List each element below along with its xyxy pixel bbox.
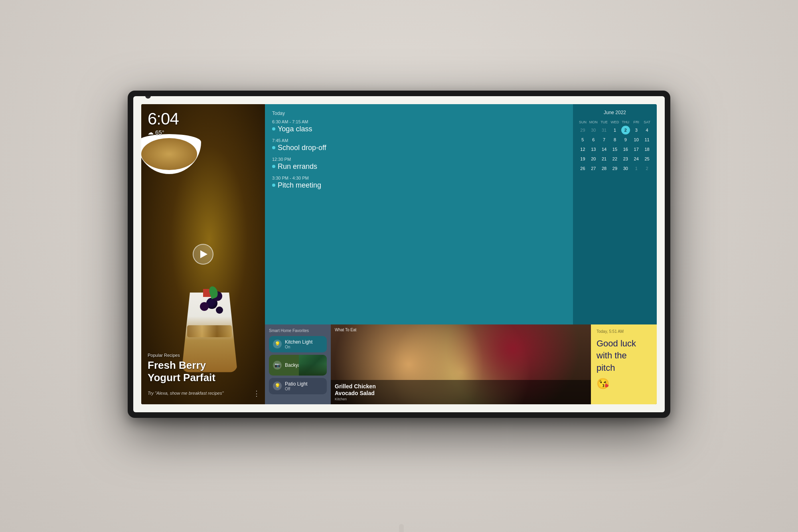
patio-light-button[interactable]: 💡 Patio Light Off [269,378,327,394]
cal-date[interactable]: 1 [610,126,619,134]
smart-home-label: Smart Home Favorites [269,328,327,333]
event-title: Yoga class [272,125,566,133]
calendar-panel: June 2022 SUN MON TUE WED THU FRI SAT 29 [573,104,657,324]
calendar-month-label: June 2022 [578,110,652,115]
cal-date[interactable]: 1 [632,164,641,173]
cal-date[interactable]: 10 [632,135,641,144]
backyard-thumbnail [299,355,327,376]
cal-date[interactable]: 24 [632,154,641,163]
device-name: Kitchen Light [285,339,312,345]
event-item[interactable]: 6:30 AM - 7:15 AM Yoga class [272,119,566,133]
weather: ☁ 65° [148,129,179,136]
berry-decoration [216,307,223,314]
food-source: Kitchen [335,397,587,401]
cal-day-thu: THU [620,119,630,125]
recipe-panel[interactable]: 6:04 ☁ 65° Popular Recipes Fresh Berry Y… [141,104,265,404]
weather-icon: ☁ [148,129,154,136]
center-panel: Today 6:30 AM - 7:15 AM Yoga class 7:45 … [265,104,657,404]
event-item[interactable]: 3:30 PM - 4:30 PM Pitch meeting [272,176,566,190]
cal-date[interactable]: 28 [600,164,608,173]
cal-date[interactable]: 7 [600,135,608,144]
dish-name: Grilled Chicken Avocado Salad [335,383,587,397]
recipe-category: Popular Recipes [148,353,215,358]
cal-date-today[interactable]: 2 [621,126,630,134]
event-time: 6:30 AM - 7:15 AM [272,119,566,124]
event-item[interactable]: 12:30 PM Run errands [272,157,566,171]
what-to-eat-panel[interactable]: What To Eat Grilled Chicken Avocado Sala… [331,324,591,404]
kitchen-light-info: Kitchen Light On [285,339,312,349]
cal-day-tue: TUE [599,119,609,125]
alexa-tip: Try "Alexa, show me breakfast recipes" [148,391,223,396]
berry-decoration [200,302,209,311]
patio-light-info: Patio Light Off [285,381,308,391]
cal-date[interactable]: 14 [600,145,608,154]
light-on-icon: 💡 [273,340,282,348]
cal-date[interactable]: 15 [610,145,619,154]
time-display: 6:04 ☁ 65° [148,111,179,136]
device-status: Off [285,387,308,391]
event-title: Run errands [272,162,566,171]
granola-decoration [187,325,232,337]
cal-date[interactable]: 13 [589,145,598,154]
food-info: Grilled Chicken Avocado Salad Kitchen [331,380,591,404]
recipe-info: Popular Recipes Fresh Berry Yogurt Parfa… [148,353,215,384]
event-title: Pitch meeting [272,181,566,190]
cal-date[interactable]: 25 [643,154,652,163]
event-dot [272,165,275,168]
event-dot [272,184,275,187]
play-button[interactable] [193,244,213,265]
cal-date[interactable]: 9 [621,135,630,144]
sticky-note: Today, 5:51 AM Good luck with the pitch … [591,324,657,404]
event-time: 7:45 AM [272,138,566,143]
event-item[interactable]: 7:45 AM School drop-off [272,138,566,152]
device-status: On [285,345,312,349]
tv-frame: 6:04 ☁ 65° Popular Recipes Fresh Berry Y… [128,91,670,418]
bottom-section: Smart Home Favorites 💡 Kitchen Light On … [265,324,657,404]
cal-date[interactable]: 26 [578,164,587,173]
top-section: Today 6:30 AM - 7:15 AM Yoga class 7:45 … [265,104,657,324]
agenda-label: Today [272,111,566,116]
cal-date[interactable]: 8 [610,135,619,144]
cal-date[interactable]: 29 [578,126,587,134]
cal-date[interactable]: 16 [621,145,630,154]
camera-icon [145,96,151,99]
backyard-camera-button[interactable]: 📷 Backyard [269,355,327,376]
calendar-grid: SUN MON TUE WED THU FRI SAT 29 30 31 1 [578,119,652,173]
agenda-panel: Today 6:30 AM - 7:15 AM Yoga class 7:45 … [265,104,573,324]
cal-date[interactable]: 3 [632,126,641,134]
screen: 6:04 ☁ 65° Popular Recipes Fresh Berry Y… [141,104,657,404]
event-title: School drop-off [272,144,566,152]
recipe-title: Fresh Berry Yogurt Parfait [148,359,215,384]
cal-date[interactable]: 5 [578,135,587,144]
event-time: 12:30 PM [272,157,566,162]
cal-date[interactable]: 30 [621,164,630,173]
more-options-button[interactable]: ⋮ [253,389,260,398]
cal-day-fri: FRI [631,119,641,125]
cal-date[interactable]: 20 [589,154,598,163]
cal-date[interactable]: 17 [632,145,641,154]
kitchen-light-button[interactable]: 💡 Kitchen Light On [269,336,327,352]
cal-date[interactable]: 19 [578,154,587,163]
power-cable [399,524,404,532]
device-name: Patio Light [285,381,308,387]
cal-date[interactable]: 12 [578,145,587,154]
food-background: What To Eat Grilled Chicken Avocado Sala… [331,324,591,404]
cal-date[interactable]: 21 [600,154,608,163]
cal-date[interactable]: 11 [643,135,652,144]
event-dot [272,127,275,131]
cal-date[interactable]: 29 [610,164,619,173]
cal-date[interactable]: 22 [610,154,619,163]
cal-date[interactable]: 4 [643,126,652,134]
cal-date[interactable]: 6 [589,135,598,144]
cal-date[interactable]: 31 [600,126,608,134]
cal-date[interactable]: 27 [589,164,598,173]
cal-date[interactable]: 2 [643,164,652,173]
cal-day-mon: MON [589,119,598,125]
cal-date[interactable]: 18 [643,145,652,154]
cal-date[interactable]: 30 [589,126,598,134]
cal-date[interactable]: 23 [621,154,630,163]
sticky-text: Good luck with the pitch [597,338,651,374]
temperature: 65° [155,129,164,136]
smart-home-panel: Smart Home Favorites 💡 Kitchen Light On … [265,324,331,404]
what-to-eat-label: What To Eat [335,328,356,332]
